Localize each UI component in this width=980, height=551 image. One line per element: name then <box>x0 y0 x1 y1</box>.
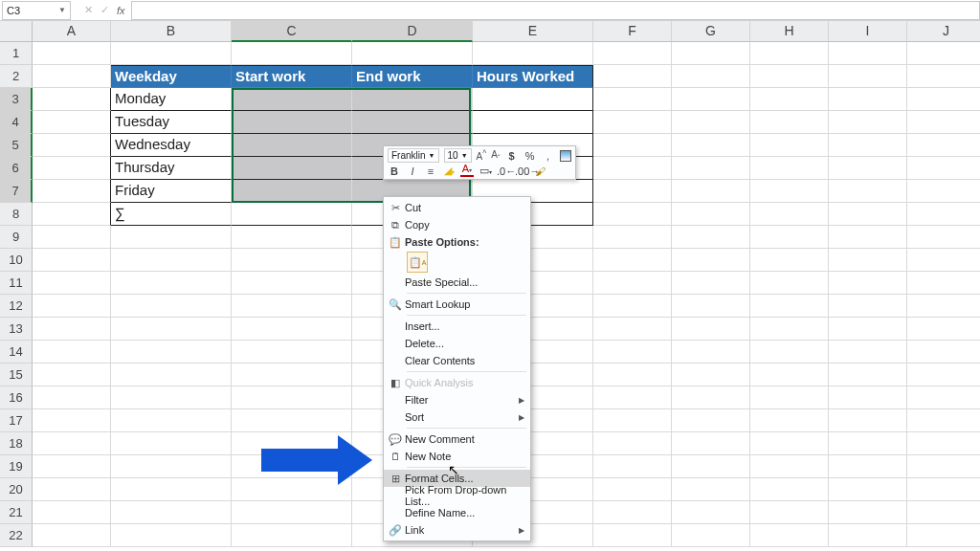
table-header[interactable]: End work <box>352 65 473 88</box>
row-header[interactable]: 20 <box>0 478 33 501</box>
row-header[interactable]: 2 <box>0 65 33 88</box>
cell[interactable] <box>750 386 829 409</box>
cell[interactable] <box>593 455 672 478</box>
row-header[interactable]: 14 <box>0 341 33 364</box>
cell[interactable] <box>829 341 907 364</box>
cell[interactable] <box>352 42 473 65</box>
cell[interactable] <box>593 88 672 111</box>
cell[interactable] <box>111 341 232 364</box>
cell[interactable] <box>907 455 980 478</box>
comma-icon[interactable]: , <box>542 150 555 162</box>
menu-delete[interactable]: Delete... <box>384 335 530 352</box>
col-header[interactable]: H <box>750 21 829 42</box>
cell[interactable] <box>829 157 907 180</box>
menu-insert[interactable]: Insert... <box>384 318 530 335</box>
cell[interactable] <box>672 341 750 364</box>
menu-filter[interactable]: Filter▶ <box>384 391 530 408</box>
cell[interactable] <box>907 364 980 386</box>
cell[interactable] <box>33 157 111 180</box>
cell[interactable] <box>907 180 980 203</box>
table-cell[interactable]: Tuesday <box>111 111 232 134</box>
cell[interactable] <box>672 226 750 249</box>
cell[interactable] <box>750 272 829 295</box>
cell[interactable] <box>672 432 750 455</box>
cell[interactable] <box>907 409 980 432</box>
cell[interactable] <box>907 249 980 272</box>
cell[interactable] <box>829 455 907 478</box>
table-cell[interactable] <box>352 88 473 111</box>
border-icon[interactable]: ▭▾ <box>479 165 492 177</box>
cell[interactable] <box>593 341 672 364</box>
cell[interactable] <box>33 272 111 295</box>
cell[interactable] <box>672 272 750 295</box>
cell[interactable] <box>907 295 980 318</box>
cell[interactable] <box>829 203 907 226</box>
cell[interactable] <box>750 478 829 501</box>
cell[interactable] <box>829 318 907 341</box>
cell[interactable] <box>593 478 672 501</box>
decrease-font-icon[interactable]: Aˇ <box>491 149 500 163</box>
cell[interactable] <box>593 501 672 524</box>
font-size-select[interactable]: 10▼ <box>444 148 472 163</box>
cell[interactable] <box>829 272 907 295</box>
cell[interactable] <box>33 501 111 524</box>
fill-color-icon[interactable]: ◢▾ <box>442 165 456 177</box>
cell[interactable] <box>750 524 829 547</box>
cell[interactable] <box>111 409 232 432</box>
cell[interactable] <box>672 478 750 501</box>
cell[interactable] <box>593 134 672 157</box>
cell[interactable] <box>232 364 352 386</box>
table-header[interactable]: Hours Worked <box>473 65 593 88</box>
menu-paste-special[interactable]: Paste Special... <box>384 274 530 291</box>
cell[interactable] <box>232 524 352 547</box>
row-header[interactable]: 10 <box>0 249 33 272</box>
col-header[interactable]: C <box>232 21 352 42</box>
table-cell[interactable] <box>473 111 593 134</box>
menu-clear[interactable]: Clear Contents <box>384 352 530 369</box>
cell[interactable] <box>33 88 111 111</box>
cell[interactable] <box>672 180 750 203</box>
table-cell[interactable] <box>232 134 352 157</box>
cell[interactable] <box>232 295 352 318</box>
cell[interactable] <box>33 364 111 386</box>
cell[interactable] <box>829 295 907 318</box>
col-header[interactable]: A <box>33 21 111 42</box>
cell[interactable] <box>593 111 672 134</box>
bold-icon[interactable]: B <box>388 165 401 177</box>
row-header[interactable]: 4 <box>0 111 33 134</box>
cell[interactable] <box>829 409 907 432</box>
cell[interactable] <box>593 386 672 409</box>
cell[interactable] <box>829 111 907 134</box>
cell[interactable] <box>907 524 980 547</box>
cell[interactable] <box>232 409 352 432</box>
decrease-decimal-icon[interactable]: .0← <box>497 165 510 177</box>
cell[interactable] <box>672 318 750 341</box>
cell[interactable] <box>672 386 750 409</box>
cell[interactable] <box>33 409 111 432</box>
cell[interactable] <box>111 478 232 501</box>
cell[interactable] <box>907 226 980 249</box>
cell[interactable] <box>111 386 232 409</box>
cell[interactable] <box>111 226 232 249</box>
table-cell[interactable]: Friday <box>111 180 232 203</box>
cell[interactable] <box>593 203 672 226</box>
cell[interactable] <box>907 318 980 341</box>
cell[interactable] <box>111 42 232 65</box>
cell[interactable] <box>672 111 750 134</box>
cell[interactable] <box>33 42 111 65</box>
cell[interactable] <box>750 226 829 249</box>
cell[interactable] <box>111 455 232 478</box>
cell[interactable] <box>750 364 829 386</box>
cell[interactable] <box>33 249 111 272</box>
table-cell[interactable]: Wednesday <box>111 134 232 157</box>
cell[interactable] <box>907 501 980 524</box>
cell[interactable] <box>907 478 980 501</box>
table-cell[interactable]: Thursday <box>111 157 232 180</box>
cell[interactable] <box>750 409 829 432</box>
table-cell[interactable] <box>232 157 352 180</box>
cell[interactable] <box>593 157 672 180</box>
cell[interactable] <box>593 409 672 432</box>
cell[interactable] <box>750 318 829 341</box>
menu-cut[interactable]: ✂Cut <box>384 199 530 216</box>
col-header[interactable]: G <box>672 21 750 42</box>
